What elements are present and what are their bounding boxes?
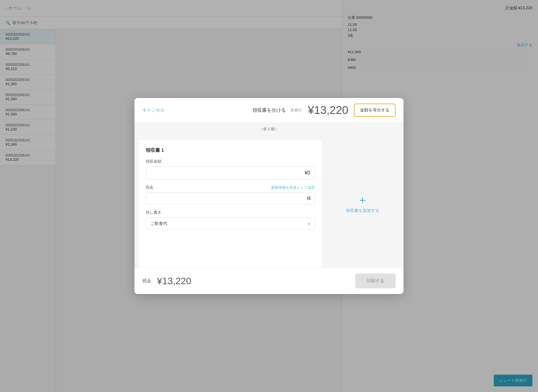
recipient-input-wrapper: 様 xyxy=(146,192,315,204)
amount-label: 領収金額 xyxy=(146,159,315,164)
recipient-suffix: 様 xyxy=(307,196,311,201)
balance-label: 残金 xyxy=(142,278,151,284)
modal-overlay: キャンセル 領収書を分ける 未発行 ¥13,220 金額を等分する （全１枚） … xyxy=(0,0,538,392)
receipt-form: 領収書 1 領収金額 宛名 顧客情報を宛名として設定 様 xyxy=(139,140,322,268)
recipient-input[interactable] xyxy=(146,192,315,204)
memo-select-wrapper: ご飲食代 お品代 飲食代として ∨ xyxy=(146,217,315,229)
memo-field: 但し書き ご飲食代 お品代 飲食代として ∨ xyxy=(146,210,315,229)
amount-field: 領収金額 xyxy=(146,159,315,179)
status-badge: 未発行 xyxy=(290,108,302,113)
recipient-label: 宛名 xyxy=(146,185,154,190)
print-button[interactable]: 印刷する xyxy=(355,274,396,288)
memo-select[interactable]: ご飲食代 お品代 飲食代として xyxy=(146,217,315,229)
equal-split-button[interactable]: 金額を等分する xyxy=(354,104,396,117)
modal-header-right: 未発行 ¥13,220 金額を等分する xyxy=(290,104,396,117)
balance-amount: ¥13,220 xyxy=(157,276,355,286)
cancel-button[interactable]: キャンセル xyxy=(142,107,165,113)
recipient-label-row: 宛名 顧客情報を宛名として設定 xyxy=(146,185,315,190)
set-customer-link[interactable]: 顧客情報を宛名として設定 xyxy=(271,185,315,190)
total-amount: ¥13,220 xyxy=(308,104,348,116)
modal-body: 領収書 1 領収金額 宛名 顧客情報を宛名として設定 様 xyxy=(134,136,404,268)
amount-input[interactable] xyxy=(146,166,315,179)
add-receipt-label[interactable]: 領収書を追加する xyxy=(346,208,379,213)
add-icon: + xyxy=(359,195,366,206)
receipt-form-title: 領収書 1 xyxy=(146,147,315,153)
memo-label: 但し書き xyxy=(146,210,315,215)
recipient-field: 宛名 顧客情報を宛名として設定 様 xyxy=(146,185,315,204)
add-receipt-area[interactable]: + 領収書を追加する xyxy=(326,140,399,268)
split-receipt-modal: キャンセル 領収書を分ける 未発行 ¥13,220 金額を等分する （全１枚） … xyxy=(134,98,404,294)
modal-header: キャンセル 領収書を分ける 未発行 ¥13,220 金額を等分する xyxy=(134,98,404,123)
modal-footer: 残金 ¥13,220 印刷する xyxy=(134,268,404,294)
sub-header: （全１枚） xyxy=(134,123,404,136)
modal-title: 領収書を分ける xyxy=(252,107,286,113)
